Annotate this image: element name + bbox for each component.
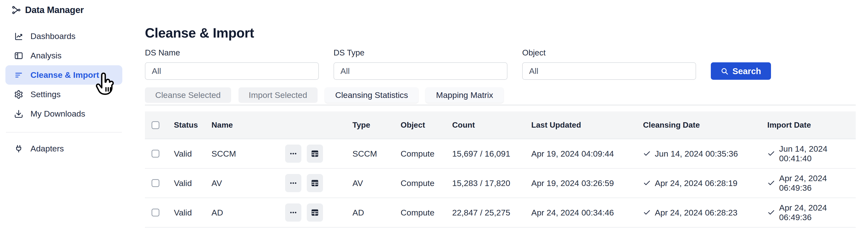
checkmark-icon — [643, 179, 651, 187]
cleansing-date-value: Apr 24, 2024 06:28:23 — [655, 208, 738, 218]
column-header-last-updated: Last Updated — [531, 121, 643, 130]
search-button[interactable]: Search — [711, 62, 771, 80]
app-title: Data Manager — [25, 5, 84, 15]
ds-name-input[interactable] — [145, 62, 319, 80]
import-date-value: Jun 14, 2024 00:41:40 — [779, 144, 856, 163]
column-header-cleansing-date: Cleansing Date — [643, 121, 767, 130]
cleansing-date-cell: Jun 14, 2024 00:35:36 — [643, 149, 767, 159]
download-icon — [14, 109, 24, 119]
last-updated-value: Apr 19, 2024 04:09:44 — [531, 149, 643, 159]
data-manager-logo-icon — [11, 5, 21, 15]
plug-icon — [14, 144, 24, 154]
sidebar-secondary-nav: Adapters — [0, 139, 128, 158]
type-value: SCCM — [352, 149, 401, 159]
row-view-table-button[interactable] — [307, 144, 323, 163]
table-row: Valid AD AD Compute 22 — [145, 198, 856, 228]
select-row-checkbox[interactable] — [152, 208, 159, 217]
ds-type-input[interactable] — [334, 62, 507, 80]
table-row: Valid SCCM SCCM Compute — [145, 139, 856, 169]
object-input[interactable] — [522, 62, 696, 80]
object-value: Compute — [401, 208, 452, 218]
column-header-status: Status — [174, 121, 212, 130]
object-label: Object — [522, 48, 696, 58]
sidebar-item-adapters[interactable]: Adapters — [5, 139, 122, 158]
object-value: Compute — [401, 149, 452, 159]
type-value: AV — [352, 178, 401, 188]
sidebar: Data Manager Dashboards — [0, 0, 128, 228]
last-updated-value: Apr 24, 2024 00:34:46 — [531, 208, 643, 218]
count-value: 22,847 / 25,275 — [452, 208, 531, 218]
table-grid-icon — [310, 178, 319, 188]
select-all-cell — [145, 121, 174, 129]
name-cell: SCCM — [212, 144, 352, 163]
sidebar-item-cleanse-import[interactable]: Cleanse & Import — [5, 65, 122, 85]
checkmark-icon — [767, 179, 775, 187]
main-content: Cleanse & Import DS Name DS Type Object — [128, 0, 868, 228]
select-all-checkbox[interactable] — [152, 121, 159, 129]
sidebar-divider — [6, 132, 122, 133]
tabs-divider — [145, 105, 856, 105]
type-value: AD — [352, 208, 401, 218]
sidebar-item-label: Settings — [30, 90, 61, 99]
table-grid-icon — [310, 208, 319, 217]
checkmark-icon — [643, 208, 651, 217]
column-header-name: Name — [212, 121, 352, 130]
column-header-import-date: Import Date — [767, 121, 856, 130]
cleansing-statistics-button[interactable]: Cleansing Statistics — [325, 87, 418, 103]
page-title: Cleanse & Import — [145, 26, 856, 40]
table-header-row: Status Name Type Object Count Last Updat… — [145, 111, 856, 139]
mapping-matrix-button[interactable]: Mapping Matrix — [426, 87, 503, 103]
row-select-cell — [145, 179, 174, 187]
cleansing-date-value: Apr 24, 2024 06:28:19 — [655, 178, 738, 188]
checkmark-icon — [643, 150, 651, 158]
row-view-table-button[interactable] — [307, 174, 323, 192]
filter-lines-icon — [14, 70, 24, 80]
search-button-label: Search — [733, 66, 761, 76]
table-grid-icon — [310, 149, 319, 158]
row-view-table-button[interactable] — [307, 203, 323, 222]
import-date-value: Apr 24, 2024 06:49:36 — [779, 203, 856, 222]
select-row-checkbox[interactable] — [152, 150, 159, 158]
filter-bar: DS Name DS Type Object Search — [145, 48, 856, 80]
name-cell: AD — [212, 203, 352, 222]
sidebar-nav: Dashboards Analysis — [0, 27, 128, 124]
column-header-count: Count — [452, 121, 531, 130]
app-window: Data Manager Dashboards — [0, 0, 868, 228]
count-value: 15,283 / 17,820 — [452, 178, 531, 188]
search-icon — [721, 67, 728, 75]
action-tabs: Cleanse Selected Import Selected Cleansi… — [145, 87, 856, 103]
sidebar-item-settings[interactable]: Settings — [5, 85, 122, 104]
object-filter: Object — [522, 48, 696, 80]
row-select-cell — [145, 208, 174, 217]
ds-name-label: DS Name — [145, 48, 319, 58]
sidebar-item-analysis[interactable]: Analysis — [5, 46, 122, 65]
status-value: Valid — [174, 149, 212, 159]
name-cell: AV — [212, 174, 352, 192]
object-value: Compute — [401, 178, 452, 188]
import-selected-button[interactable]: Import Selected — [239, 87, 317, 103]
sidebar-item-my-downloads[interactable]: My Downloads — [5, 104, 122, 124]
name-value: AV — [212, 178, 285, 188]
sidebar-item-dashboards[interactable]: Dashboards — [5, 27, 122, 46]
sidebar-item-label: My Downloads — [30, 109, 85, 119]
status-value: Valid — [174, 208, 212, 218]
row-more-actions-button[interactable] — [285, 203, 301, 222]
row-more-actions-button[interactable] — [285, 174, 301, 192]
checkmark-icon — [767, 150, 775, 158]
import-date-cell: Apr 24, 2024 06:49:36 — [767, 203, 856, 222]
status-value: Valid — [174, 178, 212, 188]
ellipsis-icon — [288, 149, 298, 158]
ds-name-filter: DS Name — [145, 48, 319, 80]
gear-icon — [14, 90, 24, 99]
sidebar-item-label: Analysis — [30, 51, 62, 60]
row-more-actions-button[interactable] — [285, 144, 301, 163]
select-row-checkbox[interactable] — [152, 179, 159, 187]
line-chart-icon — [14, 31, 24, 41]
cleansing-date-value: Jun 14, 2024 00:35:36 — [655, 149, 738, 159]
name-value: SCCM — [212, 149, 285, 159]
cleansing-date-cell: Apr 24, 2024 06:28:19 — [643, 178, 767, 188]
cleanse-selected-button[interactable]: Cleanse Selected — [145, 87, 231, 103]
layout-panel-icon — [14, 51, 24, 61]
ds-type-label: DS Type — [334, 48, 507, 58]
sidebar-item-label: Cleanse & Import — [30, 70, 99, 80]
